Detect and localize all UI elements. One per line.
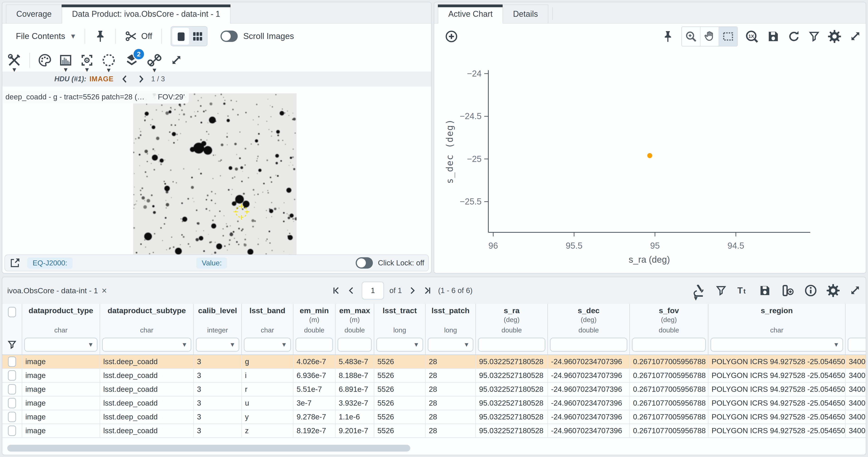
filter-input-s_ra[interactable]: [478, 338, 546, 352]
tab-active-chart[interactable]: Active Chart: [438, 4, 503, 24]
filter-table-button[interactable]: [715, 284, 727, 297]
column-header-lsst_tract[interactable]: lsst_tractlong: [374, 304, 426, 335]
table-cell[interactable]: -24.96070234707396: [548, 383, 630, 396]
table-cell[interactable]: POLYGON ICRS 94.927528 -25.054650 95.: [708, 424, 845, 437]
expand-image-button[interactable]: [168, 52, 184, 68]
table-cell[interactable]: 95.0322527180528: [476, 369, 548, 382]
table-cell[interactable]: -24.96070234707396: [548, 410, 630, 424]
table-cell[interactable]: 3: [194, 424, 242, 437]
column-header-s_dec[interactable]: s_dec(deg)double: [548, 304, 630, 335]
hdu-next-button[interactable]: [136, 74, 146, 84]
table-cell[interactable]: 0.2671077005956788: [630, 410, 708, 424]
table-cell[interactable]: 3: [194, 369, 242, 382]
expand-chart-button[interactable]: [848, 30, 862, 43]
table-cell[interactable]: 4.026e-7: [293, 355, 336, 368]
add-column-button[interactable]: [780, 283, 796, 298]
table-cell[interactable]: y: [242, 410, 293, 424]
chart-settings-button[interactable]: [827, 29, 842, 44]
table-cell[interactable]: 3e-7: [293, 397, 336, 410]
row-checkbox[interactable]: [8, 398, 16, 408]
tab-coverage[interactable]: Coverage: [6, 4, 62, 23]
text-view-button[interactable]: Tt: [735, 284, 750, 297]
close-icon[interactable]: ×: [102, 286, 107, 295]
table-cell[interactable]: lsst.deep_coadd: [100, 355, 194, 368]
pin-button[interactable]: [93, 29, 107, 43]
table-cell[interactable]: 28: [426, 383, 476, 396]
next-page-button[interactable]: [407, 285, 417, 296]
column-header-em_min[interactable]: em_min(m)double: [293, 304, 336, 335]
table-cell[interactable]: 6.936e-7: [293, 369, 336, 382]
table-cell[interactable]: POLYGON ICRS 94.927528 -25.054650 95.: [708, 369, 845, 382]
table-cell[interactable]: 28: [426, 397, 476, 410]
row-checkbox[interactable]: [8, 384, 16, 395]
filter-input-dataproduct_subtype[interactable]: ▼: [102, 338, 191, 352]
table-cell[interactable]: 6.891e-7: [336, 383, 374, 396]
table-cell[interactable]: image: [22, 383, 100, 396]
save-chart-button[interactable]: [766, 29, 780, 43]
filter-input-s_dec[interactable]: [550, 338, 627, 352]
column-header-s_region[interactable]: s_regionchar: [708, 304, 845, 335]
table-cell[interactable]: image: [22, 355, 100, 368]
table-cell[interactable]: 34000: [845, 355, 866, 368]
table-cell[interactable]: 3.932e-7: [336, 397, 374, 410]
pin-chart-button[interactable]: [661, 29, 675, 43]
horizontal-scrollbar-thumb[interactable]: [7, 445, 410, 452]
table-cell[interactable]: 95.0322527180528: [476, 383, 548, 396]
table-cell[interactable]: image: [22, 424, 100, 437]
table-cell[interactable]: u: [242, 397, 293, 410]
table-cell[interactable]: POLYGON ICRS 94.927528 -25.054650 95.: [708, 410, 845, 424]
table-cell[interactable]: 9.201e-7: [336, 424, 374, 437]
table-cell[interactable]: 95.0322527180528: [476, 424, 548, 437]
tab-details[interactable]: Details: [503, 4, 548, 23]
table-cell[interactable]: 5526: [374, 355, 426, 368]
data-analysis-microscope-button[interactable]: ▼: [691, 283, 707, 298]
table-cell[interactable]: 3: [194, 397, 242, 410]
click-lock-toggle[interactable]: [356, 257, 373, 269]
table-cell[interactable]: image: [22, 397, 100, 410]
pan-hand-mode-button[interactable]: [701, 27, 719, 46]
table-cell[interactable]: g: [242, 355, 293, 368]
table-cell[interactable]: 8.192e-7: [293, 424, 336, 437]
filter-input-s_fov[interactable]: [632, 338, 706, 352]
prev-page-button[interactable]: [346, 285, 356, 296]
table-cell[interactable]: 34000: [845, 397, 866, 410]
table-row[interactable]: imagelsst.deep_coadd3y9.278e-71.1e-65526…: [2, 410, 866, 424]
column-header-em_max[interactable]: em_max(m)double: [336, 304, 374, 335]
filter-input-em_max[interactable]: [338, 338, 372, 352]
table-cell[interactable]: POLYGON ICRS 94.927528 -25.054650 95.: [708, 355, 845, 368]
row-checkbox[interactable]: [8, 357, 16, 367]
table-cell[interactable]: 5526: [374, 397, 426, 410]
table-row[interactable]: imagelsst.deep_coadd3z8.192e-79.201e-755…: [2, 424, 866, 438]
filter-input-s_region[interactable]: ▼: [710, 338, 843, 352]
page-number-input[interactable]: 1: [362, 282, 384, 299]
table-cell[interactable]: 34000: [845, 369, 866, 382]
table-cell[interactable]: lsst.deep_coadd: [100, 383, 194, 396]
cutout-scissors-icon[interactable]: [124, 29, 138, 43]
pixel-value-label[interactable]: Value:: [196, 257, 227, 269]
filter-input-lsst_patch[interactable]: ▼: [428, 338, 473, 352]
table-cell[interactable]: 0.2671077005956788: [630, 383, 708, 396]
table-cell[interactable]: 3: [194, 383, 242, 396]
zoom-original-button[interactable]: 1X: [744, 29, 759, 44]
table-cell[interactable]: image: [22, 369, 100, 382]
expand-table-button[interactable]: [848, 284, 861, 297]
chevron-down-icon[interactable]: ▼: [181, 342, 187, 348]
grid-view-button[interactable]: [189, 28, 206, 44]
table-cell[interactable]: 34000: [845, 410, 866, 424]
row-checkbox[interactable]: [8, 370, 16, 381]
table-cell[interactable]: lsst.deep_coadd: [100, 397, 194, 410]
last-page-button[interactable]: [423, 285, 433, 296]
table-cell[interactable]: 28: [426, 424, 476, 437]
table-cell[interactable]: 3: [194, 410, 242, 424]
table-cell[interactable]: 34000: [845, 383, 866, 396]
column-header-lsst_band[interactable]: lsst_bandchar: [242, 304, 293, 335]
table-settings-button[interactable]: [826, 283, 840, 298]
chevron-down-icon[interactable]: ▼: [463, 342, 469, 348]
table-cell[interactable]: POLYGON ICRS 94.927528 -25.054650 95.: [708, 383, 845, 396]
table-cell[interactable]: 5526: [374, 369, 426, 382]
table-cell[interactable]: 0.2671077005956788: [630, 355, 708, 368]
scatter-chart[interactable]: 9695.59594.5−24−24.5−25−25.5s_ra (deg)s_…: [434, 49, 866, 273]
table-info-button[interactable]: [804, 283, 818, 298]
single-view-button[interactable]: [172, 28, 189, 44]
table-cell[interactable]: 0.2671077005956788: [630, 369, 708, 382]
